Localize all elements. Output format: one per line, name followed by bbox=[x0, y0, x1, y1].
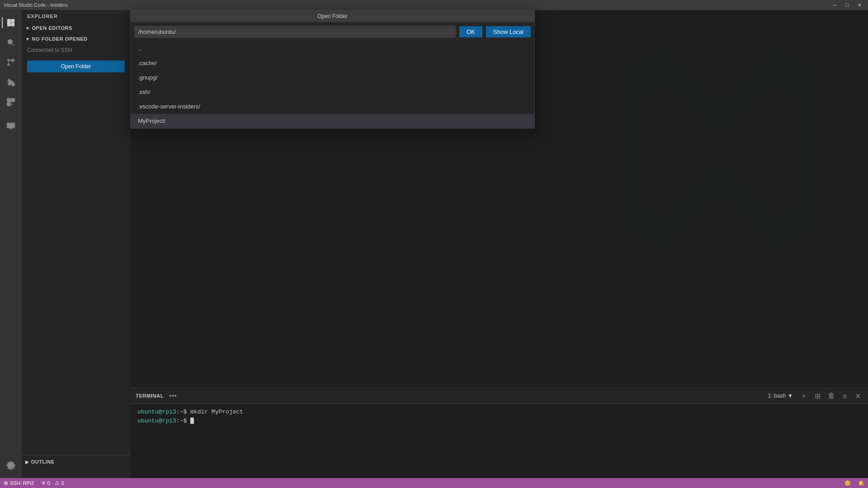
maximize-btn[interactable]: □ bbox=[843, 2, 851, 8]
activity-extensions-icon[interactable] bbox=[2, 93, 20, 111]
status-warnings-count: 0 bbox=[61, 480, 64, 486]
activity-search-icon[interactable] bbox=[2, 33, 20, 52]
dialog-title: Open Folder bbox=[131, 10, 534, 22]
svg-point-21 bbox=[10, 125, 11, 126]
activity-source-control-icon[interactable] bbox=[2, 53, 20, 71]
activity-remote-icon[interactable] bbox=[2, 117, 20, 135]
terminal-cmd-1: mkdir MyProject bbox=[187, 408, 243, 415]
open-editors-label: Open Editors bbox=[32, 25, 72, 31]
terminal-panel: TERMINAL ••• 1: bash ▼ ＋ ⊞ 🗑 ∧ ✕ ubuntu@… bbox=[130, 388, 868, 478]
status-smiley-item[interactable]: 😊 bbox=[841, 480, 854, 486]
terminal-cmd-2 bbox=[187, 418, 190, 424]
terminal-title: TERMINAL bbox=[136, 393, 164, 399]
status-errors-count: 0 bbox=[47, 480, 50, 486]
file-item-ssh[interactable]: .ssh/ bbox=[131, 85, 534, 99]
terminal-dollar-1: :~$ bbox=[176, 408, 187, 415]
open-editors-header[interactable]: ▼ Open Editors bbox=[22, 23, 130, 33]
svg-point-7 bbox=[8, 64, 9, 66]
activity-debug-icon[interactable] bbox=[2, 73, 20, 91]
svg-rect-0 bbox=[8, 19, 11, 26]
terminal-add-btn[interactable]: ＋ bbox=[798, 390, 809, 402]
terminal-body[interactable]: ubuntu@rpi3:~$ mkdir MyProject ubuntu@rp… bbox=[130, 404, 868, 429]
sidebar-section-no-folder: ▼ No Folder Opened Connected to SSH Open… bbox=[22, 33, 130, 77]
terminal-shell-label: 1: bash bbox=[768, 393, 786, 399]
title-bar-controls: ─ □ ✕ bbox=[830, 2, 864, 8]
activity-settings-icon[interactable] bbox=[2, 456, 20, 474]
app-name: Visual Studio Code - Insiders bbox=[4, 2, 68, 8]
remote-icon: ⊗ bbox=[4, 480, 8, 486]
open-folder-dialog[interactable]: Open Folder OK Show Local .. .cache/ .gn… bbox=[130, 10, 535, 129]
connected-text: Connected to SSH bbox=[22, 43, 130, 57]
svg-point-13 bbox=[13, 85, 14, 85]
terminal-line-2: ubuntu@rpi3:~$ bbox=[137, 417, 861, 426]
outline-header[interactable]: ▶ Outline bbox=[22, 457, 130, 466]
terminal-dollar-2: :~$ bbox=[176, 418, 187, 424]
error-icon: ✕ bbox=[41, 480, 46, 486]
outline-label: Outline bbox=[31, 459, 55, 465]
close-btn[interactable]: ✕ bbox=[855, 2, 864, 8]
sidebar-header: Explorer bbox=[22, 10, 130, 23]
svg-rect-16 bbox=[7, 103, 11, 106]
terminal-actions: ＋ ⊞ 🗑 ∧ ✕ bbox=[798, 390, 863, 402]
terminal-more-btn[interactable]: ••• bbox=[169, 392, 177, 400]
file-item-gnupg[interactable]: .gnupg/ bbox=[131, 70, 534, 85]
terminal-split-btn[interactable]: ⊞ bbox=[813, 391, 822, 401]
vscode-watermark bbox=[606, 37, 832, 263]
sidebar: Explorer ▼ Open Editors ▼ No Folder Open… bbox=[22, 10, 130, 478]
dialog-ok-button[interactable]: OK bbox=[459, 26, 482, 38]
file-item-cache[interactable]: .cache/ bbox=[131, 56, 534, 70]
smiley-icon: 😊 bbox=[844, 480, 851, 486]
minimize-btn[interactable]: ─ bbox=[830, 2, 840, 8]
terminal-prompt-2: ubuntu@rpi3 bbox=[137, 418, 176, 424]
status-bar: ⊗ SSH: RPi3 ✕ 0 ⚠ 0 😊 🔔 bbox=[0, 478, 868, 488]
dialog-show-local-button[interactable]: Show Local bbox=[486, 26, 531, 38]
terminal-prompt-1: ubuntu@rpi3 bbox=[137, 408, 176, 415]
outline-chevron: ▶ bbox=[25, 460, 29, 465]
svg-rect-2 bbox=[11, 23, 14, 26]
open-editors-chevron: ▼ bbox=[25, 26, 30, 31]
no-folder-chevron: ▼ bbox=[25, 37, 30, 42]
dialog-input-row: OK Show Local bbox=[131, 22, 534, 42]
svg-point-3 bbox=[8, 39, 12, 44]
no-folder-header[interactable]: ▼ No Folder Opened bbox=[22, 34, 130, 43]
terminal-maximize-btn[interactable]: ∧ bbox=[840, 391, 849, 401]
open-folder-button[interactable]: Open Folder bbox=[27, 61, 125, 72]
warning-icon: ⚠ bbox=[55, 480, 60, 486]
file-item-parent[interactable]: .. bbox=[131, 42, 534, 56]
svg-rect-14 bbox=[7, 99, 11, 102]
dialog-file-list: .. .cache/ .gnupg/ .ssh/ .vscode-server-… bbox=[131, 42, 534, 128]
terminal-kill-btn[interactable]: 🗑 bbox=[826, 391, 837, 401]
terminal-header: TERMINAL ••• 1: bash ▼ ＋ ⊞ 🗑 ∧ ✕ bbox=[130, 388, 868, 404]
status-ssh-label: SSH: RPi3 bbox=[10, 480, 34, 486]
svg-line-4 bbox=[12, 43, 14, 46]
svg-rect-1 bbox=[11, 19, 14, 23]
svg-point-5 bbox=[8, 59, 9, 61]
activity-bar bbox=[0, 10, 22, 478]
terminal-shell-selector[interactable]: 1: bash ▼ bbox=[768, 393, 793, 399]
terminal-cursor bbox=[190, 418, 194, 424]
file-item-myproject[interactable]: MyProject/ bbox=[131, 114, 534, 128]
status-errors-item[interactable]: ✕ 0 ⚠ 0 bbox=[38, 478, 68, 488]
terminal-shell-chevron: ▼ bbox=[788, 393, 793, 399]
status-bell-item[interactable]: 🔔 bbox=[854, 480, 868, 486]
sidebar-section-open-editors: ▼ Open Editors bbox=[22, 23, 130, 33]
terminal-close-btn[interactable]: ✕ bbox=[853, 391, 863, 401]
bell-icon: 🔔 bbox=[858, 480, 864, 486]
activity-explorer-icon[interactable] bbox=[2, 14, 20, 32]
terminal-line-1: ubuntu@rpi3:~$ mkdir MyProject bbox=[137, 408, 861, 417]
title-bar: Visual Studio Code - Insiders ─ □ ✕ bbox=[0, 0, 868, 10]
status-ssh-item[interactable]: ⊗ SSH: RPi3 bbox=[0, 478, 38, 488]
dialog-path-input[interactable] bbox=[134, 26, 456, 38]
no-folder-label: No Folder Opened bbox=[32, 36, 87, 42]
file-item-vscode-server[interactable]: .vscode-server-insiders/ bbox=[131, 99, 534, 114]
svg-rect-15 bbox=[11, 99, 15, 102]
